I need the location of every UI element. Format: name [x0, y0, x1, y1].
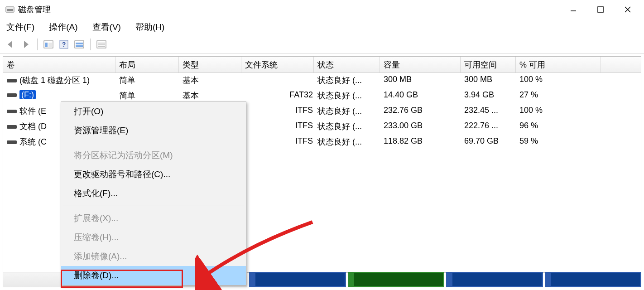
- cell-free: 232.45 ...: [461, 104, 516, 119]
- forward-button[interactable]: [20, 38, 33, 51]
- svg-rect-1: [7, 9, 13, 11]
- cell-status: 状态良好 (...: [314, 88, 380, 104]
- cell-capacity: 233.00 GB: [380, 119, 461, 135]
- col-status[interactable]: 状态: [314, 57, 380, 72]
- cell-capacity: 14.40 GB: [380, 88, 461, 104]
- ctx-mark-active: 将分区标记为活动分区(M): [61, 146, 246, 165]
- toolbar: ?: [0, 35, 644, 53]
- ctx-extend: 扩展卷(X)...: [61, 209, 246, 228]
- ctx-separator: [63, 206, 244, 206]
- cell-volume: (磁盘 1 磁盘分区 1): [19, 76, 90, 85]
- menu-help[interactable]: 帮助(H): [135, 21, 164, 33]
- maximize-button[interactable]: [587, 0, 614, 19]
- show-hide-console-tree-icon[interactable]: [42, 38, 55, 51]
- cell-capacity: 118.82 GB: [380, 135, 461, 150]
- cell-free: 222.76 ...: [461, 119, 516, 135]
- menu-action[interactable]: 操作(A): [49, 21, 77, 33]
- cell-fs: ITFS: [241, 119, 314, 135]
- context-menu: 打开(O) 资源管理器(E) 将分区标记为活动分区(M) 更改驱动器号和路径(C…: [61, 102, 246, 285]
- svg-rect-3: [598, 7, 603, 12]
- list-view-icon[interactable]: [95, 38, 108, 51]
- disk-map-partition[interactable]: [446, 272, 543, 287]
- disk-icon: [7, 125, 17, 129]
- ctx-shrink: 压缩卷(H)...: [61, 228, 246, 247]
- col-volume[interactable]: 卷: [3, 57, 115, 72]
- cell-pct: 100 %: [516, 73, 601, 88]
- menu-view[interactable]: 查看(V): [92, 21, 121, 33]
- ctx-explorer[interactable]: 资源管理器(E): [61, 121, 246, 140]
- ctx-change-letter[interactable]: 更改驱动器号和路径(C)...: [61, 165, 246, 184]
- svg-rect-16: [97, 41, 106, 48]
- cell-status: 状态良好 (...: [314, 73, 380, 88]
- help-icon[interactable]: ?: [58, 38, 70, 51]
- cell-fs: [241, 73, 314, 88]
- cell-pct: 100 %: [516, 104, 601, 119]
- disk-map-partition[interactable]: [348, 272, 445, 287]
- svg-rect-10: [48, 43, 52, 47]
- menubar: 文件(F) 操作(A) 查看(V) 帮助(H): [0, 19, 644, 35]
- disk-icon: [7, 140, 17, 144]
- cell-type: 基本: [179, 73, 241, 88]
- disk-icon: [7, 110, 17, 113]
- minimize-button[interactable]: [560, 0, 587, 19]
- cell-layout: 简单: [115, 73, 179, 88]
- ctx-format[interactable]: 格式化(F)...: [61, 184, 246, 203]
- window-title: 磁盘管理: [18, 4, 51, 15]
- col-capacity[interactable]: 容量: [380, 57, 461, 72]
- cell-status: 状态良好 (...: [314, 104, 380, 119]
- svg-marker-7: [24, 41, 29, 48]
- svg-rect-9: [45, 43, 48, 47]
- col-spacer: [601, 57, 641, 72]
- cell-capacity: 300 MB: [380, 73, 461, 88]
- ctx-open[interactable]: 打开(O): [61, 102, 246, 121]
- menu-file[interactable]: 文件(F): [6, 21, 34, 33]
- cell-volume: 软件 (E: [19, 106, 46, 116]
- ctx-mirror: 添加镜像(A)...: [61, 247, 246, 266]
- col-percent[interactable]: % 可用: [516, 57, 601, 72]
- cell-status: 状态良好 (...: [314, 135, 380, 150]
- cell-fs: ITFS: [241, 104, 314, 119]
- cell-free: 300 MB: [461, 73, 516, 88]
- ctx-separator: [63, 143, 244, 143]
- window-controls: [560, 0, 641, 19]
- cell-fs: FAT32: [241, 88, 314, 104]
- cell-status: 状态良好 (...: [314, 119, 380, 135]
- action-icon[interactable]: [73, 38, 86, 51]
- svg-marker-6: [8, 41, 12, 48]
- col-filesystem[interactable]: 文件系统: [241, 57, 314, 72]
- cell-fs: ITFS: [241, 135, 314, 150]
- cell-pct: 27 %: [516, 88, 601, 104]
- cell-volume: (F:): [19, 90, 36, 99]
- disk-icon: [7, 79, 17, 82]
- cell-free: 69.70 GB: [461, 135, 516, 150]
- back-button[interactable]: [5, 38, 17, 51]
- svg-text:?: ?: [62, 41, 66, 48]
- ctx-delete-volume[interactable]: 删除卷(D)...: [61, 266, 246, 285]
- disk-icon: [7, 93, 17, 97]
- col-layout[interactable]: 布局: [115, 57, 179, 72]
- disk-management-icon: [5, 5, 14, 14]
- disk-map-partition[interactable]: [545, 272, 642, 287]
- cell-free: 3.94 GB: [461, 88, 516, 104]
- cell-pct: 96 %: [516, 119, 601, 135]
- svg-rect-15: [76, 45, 83, 47]
- col-type[interactable]: 类型: [179, 57, 241, 72]
- svg-rect-14: [76, 43, 83, 44]
- cell-volume: 文档 (D: [19, 122, 47, 131]
- close-button[interactable]: [614, 0, 641, 19]
- table-header: 卷 布局 类型 文件系统 状态 容量 可用空间 % 可用: [3, 57, 641, 73]
- disk-map-partition[interactable]: [249, 272, 346, 287]
- cell-capacity: 232.76 GB: [380, 104, 461, 119]
- col-free[interactable]: 可用空间: [461, 57, 516, 72]
- table-row[interactable]: (磁盘 1 磁盘分区 1) 简单 基本 状态良好 (... 300 MB 300…: [3, 73, 641, 88]
- titlebar: 磁盘管理: [0, 0, 644, 19]
- cell-pct: 59 %: [516, 135, 601, 150]
- cell-volume: 系统 (C: [19, 137, 47, 146]
